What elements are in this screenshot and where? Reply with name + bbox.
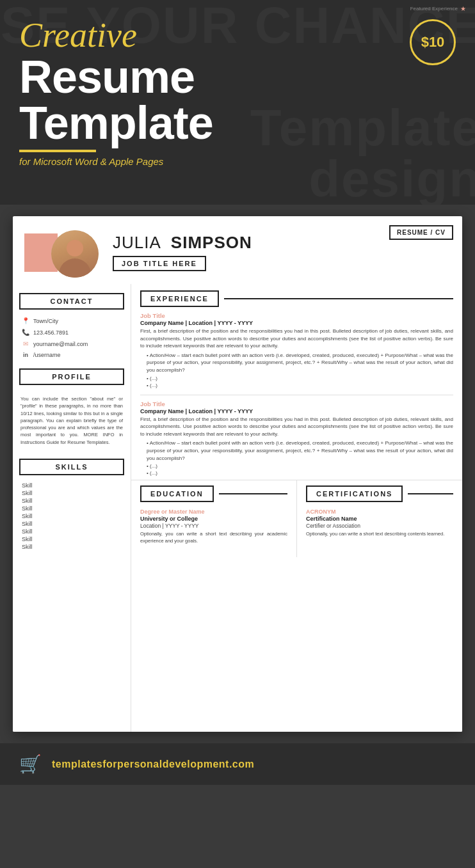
skill-4: Skill xyxy=(13,505,131,512)
contact-item-linkedin: in /username xyxy=(13,351,131,359)
skill-8: Skill xyxy=(13,535,131,543)
first-name: JULIA xyxy=(113,233,160,252)
skill-3: Skill xyxy=(13,497,131,505)
yellow-line xyxy=(19,150,96,152)
skill-9: Skill xyxy=(13,543,131,551)
skill-2: Skill xyxy=(13,489,131,497)
last-name: SIMPSON xyxy=(171,233,252,252)
exp-bullet-1: Action/How – start each bullet point wit… xyxy=(140,352,453,374)
resume-card: JULIA SIMPSON JOB TITLE HERE RESUME / CV… xyxy=(13,216,462,732)
cert-name: Certification Name xyxy=(306,516,453,522)
cert-certifier: Certifier or Association xyxy=(306,523,453,529)
exp-divider xyxy=(140,395,453,395)
skill-1: Skill xyxy=(13,482,131,489)
job-title-box: JOB TITLE HERE xyxy=(113,256,206,271)
exp-desc-2: First, a brief description of the positi… xyxy=(140,416,453,438)
edu-desc: Optionally, you can write a short text d… xyxy=(140,531,287,544)
contact-item-phone: 📞 123.456.7891 xyxy=(13,327,131,337)
certifications-header: CERTIFICATIONS xyxy=(306,485,403,502)
edu-university: University or College xyxy=(140,516,287,522)
linkedin-icon: in xyxy=(22,352,29,358)
resume-label: Resume xyxy=(19,54,456,100)
exp-company-1: Company Name | Location | YYYY - YYYY xyxy=(140,320,453,326)
exp-company-2: Company Name | Location | YYYY - YYYY xyxy=(140,408,453,414)
location-icon: 📍 xyxy=(22,317,29,324)
certifications-col: CERTIFICATIONS ACRONYM Certification Nam… xyxy=(297,480,462,557)
profile-text: You can include the section "about me" o… xyxy=(13,391,131,450)
bottom-footer: 🛒 templatesforpersonaldevelopment.com xyxy=(0,743,475,785)
right-column: EXPERIENCE Featured Experience ★ Job Tit… xyxy=(131,284,462,732)
education-col: EDUCATION Degree or Master Name Universi… xyxy=(131,480,297,557)
avatar xyxy=(51,230,99,278)
avatar-image xyxy=(51,230,99,278)
left-column: CONTACT 📍 Town/City 📞 123.456.7891 ✉ you… xyxy=(13,284,131,732)
cart-icon: 🛒 xyxy=(19,754,42,775)
edu-degree: Degree or Master Name xyxy=(140,509,287,515)
experience-block-2: Job Title Company Name | Location | YYYY… xyxy=(131,398,462,480)
exp-ellipsis-2a: • (...) xyxy=(140,463,453,469)
experience-block-1: Job Title Company Name | Location | YYYY… xyxy=(131,310,462,392)
contact-phone: 123.456.7891 xyxy=(33,329,68,336)
template-label: Template xyxy=(19,100,456,146)
header-left: JULIA SIMPSON JOB TITLE HERE xyxy=(24,228,451,278)
education-block: Degree or Master Name University or Coll… xyxy=(131,505,296,548)
exp-ellipsis-2b: • (...) xyxy=(140,470,453,476)
profile-section-header: PROFILE xyxy=(19,368,124,385)
contact-item-email: ✉ yourname@mail.com xyxy=(13,339,131,349)
price-badge: $10 xyxy=(410,19,456,65)
skill-5: Skill xyxy=(13,512,131,520)
exp-desc-1: First, a brief description of the positi… xyxy=(140,327,453,350)
bottom-two-col: EDUCATION Degree or Master Name Universi… xyxy=(131,480,462,557)
exp-ellipsis-1b: • (...) xyxy=(140,383,453,388)
exp-bullet-2: Action/How – start each bullet point wit… xyxy=(140,439,453,462)
phone-icon: 📞 xyxy=(22,329,29,336)
contact-section-header: CONTACT xyxy=(19,293,124,310)
cert-desc: Optionally, you can write a short text d… xyxy=(306,531,453,538)
skill-6: Skill xyxy=(13,520,131,528)
skill-7: Skill xyxy=(13,528,131,535)
education-header: EDUCATION xyxy=(140,485,214,502)
email-icon: ✉ xyxy=(22,340,29,347)
banner-subtitle: for Microsoft Word & Apple Pages xyxy=(19,156,456,167)
contact-linkedin: /username xyxy=(33,352,61,358)
exp-ellipsis-1a: • (...) xyxy=(140,375,453,381)
edu-location: Location | YYYY - YYYY xyxy=(140,523,287,529)
contact-location: Town/City xyxy=(33,318,58,324)
skills-section-header: SKILLS xyxy=(19,459,124,475)
contact-item-location: 📍 Town/City xyxy=(13,316,131,326)
resume-cv-badge: RESUME / CV xyxy=(389,225,453,240)
certifications-block: ACRONYM Certification Name Certifier or … xyxy=(297,505,462,542)
cert-acronym: ACRONYM xyxy=(306,509,453,515)
footer-url: templatesforpersonaldevelopment.com xyxy=(52,759,254,770)
experience-section-header: EXPERIENCE xyxy=(140,290,219,307)
two-col-layout: CONTACT 📍 Town/City 📞 123.456.7891 ✉ you… xyxy=(13,284,462,732)
creative-label: Creative xyxy=(19,18,456,52)
exp-job-title-1: Job Title xyxy=(140,312,453,319)
top-banner: INCREASE YOUR CHANCE Template design PER… xyxy=(0,0,475,205)
contact-email: yourname@mail.com xyxy=(33,341,88,347)
exp-job-title-2: Job Title xyxy=(140,400,453,407)
resume-header: JULIA SIMPSON JOB TITLE HERE RESUME / CV xyxy=(13,216,462,284)
